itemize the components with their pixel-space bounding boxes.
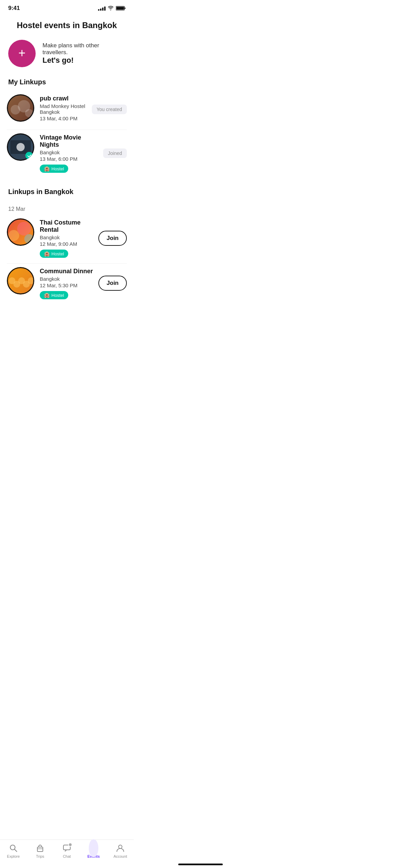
signal-icon: [98, 6, 106, 11]
event-info: pub crawl Mad Monkey Hostel Bangkok 13 M…: [40, 94, 86, 124]
joined-check-icon: [25, 152, 33, 159]
event-badge: You created: [92, 106, 127, 112]
list-item: Thai Costume Rental Bangkok 12 Mar, 9:00…: [0, 215, 134, 263]
event-time: 13 Mar, 6:00 PM: [40, 156, 98, 162]
join-action[interactable]: Join: [98, 231, 127, 246]
event-title: Thai Costume Rental: [40, 219, 93, 233]
event-time: 12 Mar, 9:00 AM: [40, 241, 93, 247]
hostel-badge: 🏨 Hostel: [40, 250, 68, 258]
join-button[interactable]: Join: [98, 276, 127, 291]
svg-rect-2: [116, 7, 124, 10]
hostel-building-icon: 🏨: [44, 292, 50, 298]
event-thumbnail[interactable]: [7, 218, 34, 246]
hostel-badge: 🏨 Hostel: [40, 165, 68, 173]
wifi-icon: [108, 6, 114, 11]
hostel-label: Hostel: [51, 166, 64, 171]
event-info: Communal Dinner Bangkok 12 Mar, 5:30 PM …: [40, 267, 93, 299]
event-badge: Joined: [103, 150, 127, 156]
event-thumbnail[interactable]: [7, 94, 34, 122]
event-info: Thai Costume Rental Bangkok 12 Mar, 9:00…: [40, 218, 93, 258]
event-location: Bangkok: [40, 276, 93, 282]
hostel-label: Hostel: [51, 251, 64, 256]
event-thumbnail[interactable]: [7, 267, 34, 294]
svg-rect-1: [124, 8, 125, 9]
list-item: pub crawl Mad Monkey Hostel Bangkok 13 M…: [0, 91, 134, 130]
hostel-building-icon: 🏨: [44, 166, 50, 171]
status-icons: [98, 6, 125, 11]
create-subtitle: Make plans with other travellers.: [42, 42, 125, 56]
linkups-bangkok-header: Linkups in Bangkok: [0, 185, 134, 201]
my-linkups-header: My Linkups: [0, 75, 134, 91]
join-button[interactable]: Join: [98, 231, 127, 246]
event-time: 12 Mar, 5:30 PM: [40, 282, 93, 288]
event-location: Bangkok: [40, 234, 93, 240]
event-thumbnail[interactable]: [7, 133, 34, 161]
ring-indicator: [7, 218, 34, 246]
ring-indicator: [7, 267, 34, 294]
event-info: Vintage Movie Nights Bangkok 13 Mar, 6:0…: [40, 133, 98, 173]
date-label: 12 Mar: [0, 201, 134, 215]
plus-icon: +: [18, 47, 25, 59]
create-row: + Make plans with other travellers. Let'…: [0, 34, 134, 75]
event-location: Mad Monkey Hostel Bangkok: [40, 103, 86, 115]
event-title: pub crawl: [40, 95, 86, 102]
list-item: Communal Dinner Bangkok 12 Mar, 5:30 PM …: [0, 264, 134, 305]
create-title: Let's go!: [42, 56, 125, 65]
status-time: 9:41: [8, 5, 20, 12]
create-event-button[interactable]: +: [8, 40, 36, 67]
joined-badge: Joined: [103, 148, 127, 158]
you-created-badge: You created: [92, 105, 127, 114]
event-title: Vintage Movie Nights: [40, 134, 98, 148]
status-bar: 9:41: [0, 0, 134, 14]
hostel-badge: 🏨 Hostel: [40, 291, 68, 299]
join-action[interactable]: Join: [98, 276, 127, 291]
page-title: Hostel events in Bangkok: [0, 14, 134, 34]
ring-indicator: [7, 94, 34, 122]
event-title: Communal Dinner: [40, 268, 93, 275]
list-item: Vintage Movie Nights Bangkok 13 Mar, 6:0…: [0, 130, 134, 178]
event-location: Bangkok: [40, 149, 98, 155]
battery-icon: [116, 6, 125, 11]
hostel-building-icon: 🏨: [44, 251, 50, 256]
create-text: Make plans with other travellers. Let's …: [42, 42, 125, 65]
hostel-label: Hostel: [51, 293, 64, 298]
event-time: 13 Mar, 4:00 PM: [40, 116, 86, 121]
